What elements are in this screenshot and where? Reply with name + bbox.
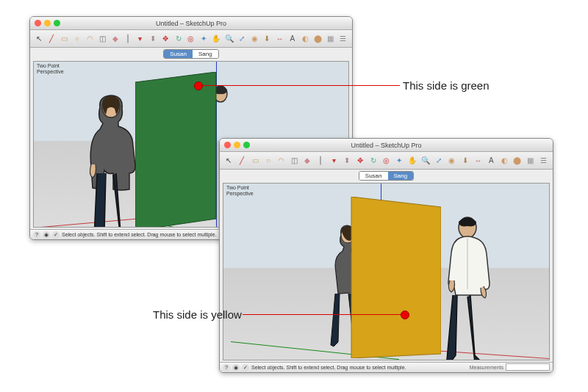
outliner-icon[interactable]: ☰ [338, 33, 348, 44]
annotation-yellow: This side is yellow [153, 308, 242, 321]
scene-tab-susan[interactable]: Susan [164, 50, 193, 58]
rotate-tool-icon[interactable]: ↻ [368, 155, 379, 166]
layers-icon[interactable]: ▦ [325, 33, 335, 44]
scene-tabbar: Susan Sang [220, 170, 553, 181]
window-title: Untitled – SketchUp Pro [30, 20, 352, 27]
status-text: Select objects. Shift to extend select. … [251, 365, 406, 370]
make-component-icon[interactable]: ◫ [289, 155, 300, 166]
select-arrow-icon[interactable]: ↖ [223, 155, 234, 166]
offset-tool-icon[interactable]: ◎ [186, 33, 196, 44]
eraser-icon[interactable]: ◆ [302, 155, 313, 166]
toolbar: ↖╱▭○◠◫◆┃▾⬍✥↻◎✦✋🔍⤢◉⬇↔A◐⬤▦☰ [220, 152, 553, 170]
zoom-extents-icon[interactable]: ⤢ [237, 33, 247, 44]
layers-icon[interactable]: ▦ [525, 155, 536, 166]
line-tool-icon[interactable]: ╱ [237, 155, 248, 166]
orbit-icon[interactable]: ✦ [394, 155, 405, 166]
person-susan [78, 94, 148, 228]
section-icon[interactable]: ◐ [300, 33, 310, 44]
text-icon[interactable]: A [287, 33, 298, 44]
person-sang [438, 216, 504, 360]
circle-tool-icon[interactable]: ○ [263, 155, 274, 166]
viewport[interactable]: Two PointPerspective [223, 183, 550, 360]
sketchup-window-back: Untitled – SketchUp Pro ↖╱▭○◠◫◆┃▾⬍✥↻◎✦✋🔍… [219, 138, 553, 373]
scene-tab-sang[interactable]: Sang [193, 50, 218, 58]
titlebar[interactable]: Untitled – SketchUp Pro [220, 139, 553, 152]
rectangle-tool-icon[interactable]: ▭ [250, 155, 261, 166]
tape-measure-icon[interactable]: ┃ [123, 33, 133, 44]
add-location-icon[interactable]: ◉ [249, 33, 259, 44]
add-location-icon[interactable]: ◉ [446, 155, 457, 166]
pan-icon[interactable]: ✋ [211, 33, 221, 44]
section-icon[interactable]: ◐ [499, 155, 510, 166]
measurements-box: Measurements [470, 362, 550, 372]
zoom-extents-icon[interactable]: ⤢ [434, 155, 445, 166]
arc-tool-icon[interactable]: ◠ [85, 33, 95, 44]
circle-tool-icon[interactable]: ○ [72, 33, 82, 44]
zoom-icon[interactable]: 🔍 [420, 155, 431, 166]
leader-dot-green [194, 81, 203, 90]
status-text: Select objects. Shift to extend select. … [62, 232, 217, 237]
line-tool-icon[interactable]: ╱ [46, 33, 57, 44]
pan-icon[interactable]: ✋ [407, 155, 418, 166]
camera-label: Two PointPerspective [226, 185, 254, 197]
help-icon[interactable]: ? [33, 231, 40, 239]
face-back-yellow [340, 197, 441, 358]
toolbar: ↖╱▭○◠◫◆┃▾⬍✥↻◎✦✋🔍⤢◉⬇↔A◐⬤▦☰ [30, 30, 352, 48]
text-icon[interactable]: A [486, 155, 497, 166]
walk-icon[interactable]: ⬤ [312, 33, 323, 44]
credits-icon[interactable]: ✓ [52, 231, 60, 239]
statusbar: ? ◉ ✓ Select objects. Shift to extend se… [220, 362, 553, 372]
leader-dot-yellow [401, 311, 409, 319]
scene-tab-susan[interactable]: Susan [359, 172, 388, 180]
tape-measure-icon[interactable]: ┃ [315, 155, 326, 166]
annotation-green: This side is green [403, 79, 490, 92]
push-pull-icon[interactable]: ⬍ [342, 155, 353, 166]
rectangle-tool-icon[interactable]: ▭ [59, 33, 69, 44]
get-models-icon[interactable]: ⬇ [262, 33, 272, 44]
orbit-icon[interactable]: ✦ [198, 33, 209, 44]
scene-tabbar: Susan Sang [30, 48, 352, 59]
push-pull-icon[interactable]: ⬍ [148, 33, 158, 44]
camera-label: Two PointPerspective [37, 63, 64, 76]
dimensions-icon[interactable]: ↔ [473, 155, 484, 166]
dimensions-icon[interactable]: ↔ [274, 33, 284, 44]
arc-tool-icon[interactable]: ◠ [276, 155, 287, 166]
geo-icon[interactable]: ◉ [232, 364, 240, 371]
titlebar[interactable]: Untitled – SketchUp Pro [30, 17, 352, 30]
svg-marker-4 [351, 197, 441, 358]
offset-tool-icon[interactable]: ◎ [381, 155, 392, 166]
rotate-tool-icon[interactable]: ↻ [173, 33, 184, 44]
geo-icon[interactable]: ◉ [43, 231, 50, 239]
face-front-green [135, 72, 231, 228]
credits-icon[interactable]: ✓ [242, 364, 249, 371]
leader-line-green [198, 85, 400, 86]
select-arrow-icon[interactable]: ↖ [34, 33, 44, 44]
outliner-icon[interactable]: ☰ [538, 155, 549, 166]
move-tool-icon[interactable]: ✥ [354, 155, 365, 166]
paint-bucket-icon[interactable]: ▾ [329, 155, 340, 166]
leader-line-yellow [243, 314, 403, 315]
help-icon[interactable]: ? [223, 364, 230, 371]
measurements-input[interactable] [506, 363, 550, 371]
get-models-icon[interactable]: ⬇ [459, 155, 470, 166]
make-component-icon[interactable]: ◫ [97, 33, 107, 44]
scene-tab-sang[interactable]: Sang [388, 172, 414, 180]
eraser-icon[interactable]: ◆ [110, 33, 120, 44]
paint-bucket-icon[interactable]: ▾ [135, 33, 146, 44]
walk-icon[interactable]: ⬤ [512, 155, 523, 166]
zoom-icon[interactable]: 🔍 [224, 33, 234, 44]
move-tool-icon[interactable]: ✥ [160, 33, 171, 44]
window-title: Untitled – SketchUp Pro [220, 142, 553, 149]
